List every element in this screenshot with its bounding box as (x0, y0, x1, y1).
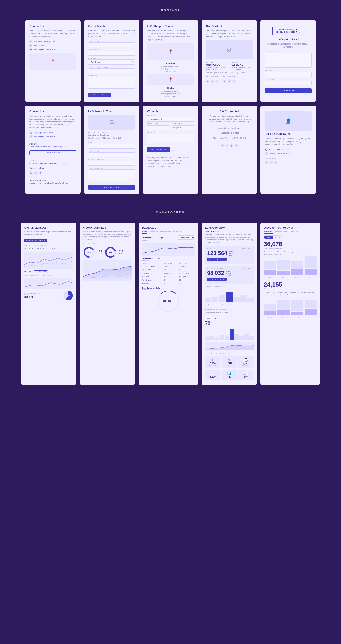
conf-usage-filter[interactable]: This Week (178, 235, 195, 240)
lkt3-soc-1[interactable]: m (265, 161, 268, 164)
social-in-icon[interactable]: in (206, 80, 209, 83)
office-moscow: OFFICE Moscow, RUS Austrian Skyway Suite… (206, 61, 227, 74)
social-g-icon[interactable]: G (215, 80, 219, 83)
stat-credits: 13.5k Credits (24, 248, 34, 250)
credits-stats: 13.5k Credits 35k Products 49.4k Custome… (24, 248, 73, 250)
lkt3-email: ✉ dennis@getcraftwork.com (265, 152, 312, 155)
input-name-2[interactable] (88, 152, 135, 157)
da-b2-4a (304, 300, 317, 308)
lkt3-soc-3[interactable]: ig (274, 161, 278, 164)
phone-icon: 📞 (30, 44, 32, 47)
input-email-2[interactable] (88, 144, 135, 148)
da-bl-4: Nov 6 (304, 277, 317, 278)
ab-2 (210, 336, 214, 340)
lo-title: Loan Overview (205, 226, 254, 229)
input-your-name[interactable] (265, 72, 312, 77)
ab-3 (215, 338, 219, 340)
table-row: End Time 10:23pm 11:45pm (142, 275, 195, 278)
input-wu-fname[interactable] (147, 125, 170, 130)
input-email[interactable] (88, 51, 135, 56)
textarea-your-message[interactable] (265, 53, 312, 68)
textarea-message[interactable] (88, 77, 135, 89)
ws-desc: One can use the telescope for the occurr… (83, 230, 132, 241)
car-deltas: +5 621+2 355+4 672 (229, 251, 234, 256)
svg-text:16.6: 16.6 (87, 251, 91, 254)
office-city-sydney: Sydney, AU (232, 64, 253, 66)
gc-soc-2[interactable]: f (225, 144, 229, 147)
conf-calls-label: Conference Calls (2) (142, 257, 195, 260)
input-wu-service[interactable] (147, 117, 194, 122)
textarea-msg-2[interactable] (88, 170, 135, 181)
send-message-btn-2[interactable]: SEND MESSAGE (265, 88, 312, 93)
input-phone-2[interactable] (88, 161, 135, 166)
social-in-icon-2[interactable]: in (223, 80, 226, 83)
social-tw-icon-2[interactable]: tw (228, 80, 231, 83)
social-tw-icon[interactable]: tw (210, 80, 214, 83)
lbl-msg-2: YOUR MESSAGE (88, 167, 135, 169)
sc-in[interactable]: in (30, 171, 33, 174)
input-wu-lname[interactable] (172, 125, 194, 130)
fg-your-name: YOUR NAME (265, 70, 312, 77)
sc-fb[interactable]: f (39, 171, 42, 174)
add-new-btn[interactable]: + Add New (34, 270, 48, 273)
tab-recordings[interactable]: RECORDINGS (160, 230, 171, 234)
gc-soc-4[interactable]: tw (235, 144, 238, 147)
our-contacts-img: 🖼 (206, 40, 253, 60)
da-bar-labels-2: Nov 3 Nov 4 Nov 5 Nov 6 (264, 317, 317, 319)
select-service[interactable]: Web Design (88, 60, 135, 64)
received-grid-2: 📄 5,120 📊 430 📈 107 (205, 370, 254, 380)
divider-3 (30, 177, 76, 177)
da-tab-today[interactable]: Today (264, 236, 273, 239)
conf-calls-sub: This Month (142, 260, 195, 261)
car-open-stat-btn[interactable]: OPEN STATISTIC (207, 258, 226, 261)
da-b2-4b (304, 309, 317, 316)
donut-1-val: 16.6 (98, 250, 102, 252)
address-text: 963 Heller Plaza Apt. 742 (34, 41, 56, 43)
lkt3-soc-2[interactable]: f (270, 161, 273, 164)
received-item-5: 📊 430 (222, 370, 237, 380)
conf-usage-sub: This Month (142, 240, 195, 241)
da-tab-overview[interactable]: OVERVIEW (264, 230, 273, 234)
sl-date: 20 Jul 2016 (243, 268, 252, 270)
da-bar-2b (278, 271, 290, 275)
da-tab-weekly[interactable]: Weekly (273, 236, 282, 239)
received-grid-1: 👁 5,358 Unique Views ♥ 1,542 Likes 💬 5,3… (205, 356, 254, 368)
tab-calls[interactable]: CALLS (142, 230, 147, 234)
tab-meetings[interactable]: MEETINGS (149, 230, 158, 234)
ab-6 (230, 328, 234, 340)
wbar-5 (233, 297, 240, 302)
follow-us-row: FOLLOW US in tw G FOLLOW US in tw G (206, 76, 253, 85)
card-our-contacts: Our Contacts Contextual advertising can … (202, 20, 257, 102)
prev-day-info: % using the previous day For the current… (24, 293, 62, 299)
textarea-wu-msg[interactable] (147, 134, 194, 144)
label-message: MESSAGE (88, 75, 135, 76)
week-bar-labels: M T W T F S S (205, 304, 254, 306)
input-name[interactable] (88, 42, 135, 47)
wu-send-btn[interactable]: SEND MESSAGE (147, 147, 170, 152)
gc-soc-1[interactable]: m (220, 144, 224, 147)
wbar-3 (219, 295, 225, 302)
social-g-icon-2[interactable]: G (232, 80, 236, 83)
more-components-btn[interactable]: MORE COMPONENTS (24, 239, 47, 242)
input-phone[interactable] (88, 68, 135, 73)
tab-cont[interactable]: CONT. BO (173, 230, 181, 234)
donut-2-label: 117 Kcal (119, 250, 123, 254)
lkt3-img: 👤 (265, 112, 312, 131)
card-desc-lets-keep-1: First I will explain what contextual adv… (147, 30, 194, 41)
wbl-t2: T (226, 304, 232, 306)
show-on-map-btn[interactable]: SHOW ON MAP (30, 150, 76, 155)
sl-open-stat-btn[interactable]: OPEN STATISTIC (207, 278, 226, 281)
da-small-num-label: Total time in days (264, 288, 317, 290)
audience-filter[interactable]: 30% (205, 316, 218, 320)
card-desc-cu2: So when its time to finally get your chi… (30, 115, 76, 129)
da-tab-letters[interactable]: LETTERS (290, 230, 298, 234)
send-message-btn-1[interactable]: SEND MESSAGE (88, 92, 111, 97)
sf-address-box: San Francisco, CA560 Bush St & 20th Ave. (265, 27, 312, 35)
send-btn-2[interactable]: SEND MESSAGE (88, 185, 135, 190)
gc-soc-3[interactable]: ig (230, 144, 233, 147)
da-tab-page[interactable]: PAGE (284, 230, 288, 234)
da-tab-stories[interactable]: STORIES (275, 230, 282, 234)
prev-day-area: % using the previous day For the current… (24, 291, 73, 300)
input-your-email[interactable] (265, 81, 312, 86)
sc-tw[interactable]: tw (34, 171, 38, 174)
